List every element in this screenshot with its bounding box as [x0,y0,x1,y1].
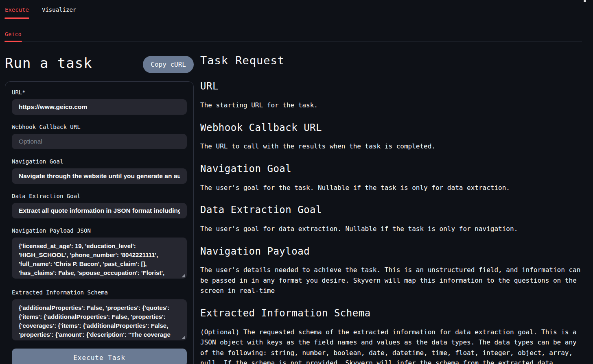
doc-section-webhook: Webhook Callback URL The URL to call wit… [200,122,582,152]
navigation-payload-label: Navigation Payload JSON [12,227,187,234]
page-scrollbar-thumb[interactable] [584,0,586,2]
doc-body: The URL to call with the results when th… [200,141,582,152]
main-tab-bar: Execute Visualizer [0,0,593,18]
doc-body: (Optional) The requested schema of the e… [200,327,582,364]
doc-heading: Webhook Callback URL [200,122,582,134]
doc-body: The user's details needed to achieve the… [200,265,582,296]
data-extraction-goal-input[interactable] [12,203,187,218]
url-input[interactable] [12,99,187,115]
doc-heading: Extracted Information Schema [200,307,582,319]
copy-curl-button[interactable]: Copy cURL [143,56,194,73]
doc-heading: URL [200,81,582,92]
page-title: Run a task [5,54,92,72]
doc-section-navigation-payload: Navigation Payload The user's details ne… [200,246,582,296]
execute-task-button[interactable]: Execute Task [12,349,187,364]
doc-body: The user's goal for data extraction. Nul… [200,224,582,234]
doc-section-navigation-goal: Navigation Goal The user's goal for the … [200,163,582,193]
tab-geico[interactable]: Geico [4,31,22,41]
sub-tab-bar: Geico [0,18,593,41]
task-form-card: URL* Webhook Callback URL Navigation Goa… [5,81,194,364]
doc-body: The user's goal for the task. Nullable i… [200,183,582,193]
navigation-goal-label: Navigation Goal [12,158,187,165]
run-task-panel: Run a task Copy cURL URL* Webhook Callba… [5,54,194,364]
extracted-schema-textarea[interactable]: {'additionalProperties': False, 'propert… [12,299,187,340]
doc-section-url: URL The starting URL for the task. [200,81,582,110]
webhook-callback-url-input[interactable] [12,134,187,149]
doc-section-data-extraction-goal: Data Extraction Goal The user's goal for… [200,204,582,234]
main-content: Run a task Copy cURL URL* Webhook Callba… [0,41,593,364]
doc-heading: Navigation Goal [200,163,582,175]
navigation-payload-textarea[interactable]: {'licensed_at_age': 19, 'education_level… [12,238,187,279]
doc-heading: Data Extraction Goal [200,204,582,216]
url-label: URL* [12,89,187,96]
data-extraction-goal-label: Data Extraction Goal [12,193,187,199]
navigation-goal-input[interactable] [12,168,187,184]
tab-execute[interactable]: Execute [4,7,29,18]
task-request-docs: Task Request URL The starting URL for th… [200,54,582,364]
doc-section-extracted-schema: Extracted Information Schema (Optional) … [200,307,582,364]
doc-heading: Navigation Payload [200,246,582,257]
doc-body: The starting URL for the task. [200,100,582,111]
webhook-callback-url-label: Webhook Callback URL [12,124,187,130]
docs-title: Task Request [200,54,582,67]
extracted-schema-label: Extracted Information Schema [12,289,187,296]
resize-handle-icon[interactable] [182,336,185,339]
resize-handle-icon[interactable] [182,274,185,277]
tab-visualizer[interactable]: Visualizer [42,7,77,18]
